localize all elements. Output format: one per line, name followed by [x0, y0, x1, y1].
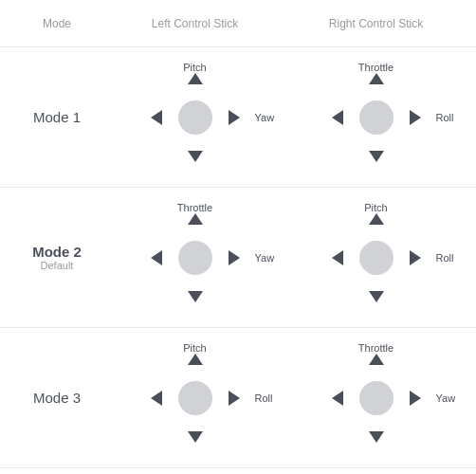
mode2-row: Mode 2DefaultThrottleYawPitchRoll	[0, 188, 476, 328]
mode1-right-left-arrow	[332, 110, 343, 125]
mode2-left-down-arrow	[188, 291, 203, 302]
mode1-right-stick-container: ThrottleRoll	[285, 65, 467, 170]
mode3-right-stick-circle	[359, 381, 394, 415]
mode3-right-stick-diagram: ThrottleYaw	[324, 346, 429, 450]
mode1-right-stick-circle	[359, 100, 394, 135]
mode2-right-stick-diagram: PitchRoll	[324, 206, 429, 310]
mode2-left-up-arrow	[188, 213, 203, 225]
mode3-left-stick-circle	[178, 381, 212, 415]
mode2-right-up-arrow	[369, 213, 384, 225]
mode2-right-stick-container: PitchRoll	[285, 206, 467, 310]
mode1-left-up-label: Pitch	[183, 62, 206, 73]
mode2-left-stick-container: ThrottleYaw	[104, 206, 285, 310]
mode1-right-right-arrow	[410, 110, 421, 125]
mode3-right-up-arrow	[369, 354, 384, 365]
mode3-left-stick-diagram: PitchRoll	[143, 346, 247, 450]
mode1-label: Mode 1	[9, 109, 104, 125]
mode2-left-right-label: Yaw	[255, 252, 275, 264]
header-mode-col: Mode	[9, 17, 104, 30]
mode3-left-left-arrow	[151, 391, 162, 406]
mode3-left-stick-container: PitchRoll	[104, 346, 285, 450]
mode3-left-right-arrow	[229, 391, 240, 406]
mode2-right-right-label: Roll	[436, 252, 454, 264]
mode1-right-down-arrow	[369, 151, 384, 162]
mode3-label-text: Mode 3	[33, 390, 81, 406]
mode3-left-up-label: Pitch	[183, 342, 206, 354]
header-row: Mode Left Control Stick Right Control St…	[0, 0, 476, 47]
mode2-default-text: Default	[9, 260, 104, 271]
mode1-right-right-label: Roll	[436, 112, 454, 123]
mode2-label: Mode 2Default	[9, 244, 104, 271]
mode2-label-text: Mode 2	[32, 244, 82, 260]
mode2-right-right-arrow	[410, 250, 421, 265]
mode3-left-down-arrow	[188, 431, 203, 443]
mode3-right-right-label: Yaw	[436, 392, 456, 404]
mode1-left-up-arrow	[188, 73, 203, 84]
mode1-left-right-label: Yaw	[255, 112, 275, 123]
mode3-right-down-arrow	[369, 431, 384, 443]
mode2-left-stick-diagram: ThrottleYaw	[143, 206, 247, 310]
mode1-right-stick-diagram: ThrottleRoll	[324, 65, 429, 170]
mode1-left-right-arrow	[229, 110, 240, 125]
mode1-right-up-label: Throttle	[358, 62, 394, 73]
mode2-right-down-arrow	[369, 291, 384, 302]
mode1-left-stick-circle	[178, 100, 212, 135]
mode1-row: Mode 1PitchYawThrottleRoll	[0, 47, 476, 188]
mode3-row: Mode 3PitchRollThrottleYaw	[0, 328, 476, 468]
mode2-right-left-arrow	[332, 250, 343, 265]
mode3-left-up-arrow	[188, 354, 203, 365]
header-left-col: Left Control Stick	[104, 17, 285, 30]
mode1-left-stick-container: PitchYaw	[104, 65, 285, 170]
mode3-right-right-arrow	[410, 391, 421, 406]
mode2-right-stick-circle	[359, 241, 394, 275]
mode3-left-right-label: Roll	[255, 392, 273, 404]
mode1-left-stick-diagram: PitchYaw	[143, 65, 247, 170]
mode2-left-up-label: Throttle	[177, 202, 212, 213]
mode3-right-left-arrow	[332, 391, 343, 406]
mode1-label-text: Mode 1	[33, 109, 81, 125]
mode3-right-stick-container: ThrottleYaw	[285, 346, 467, 450]
header-right-col: Right Control Stick	[285, 17, 467, 30]
mode3-right-up-label: Throttle	[358, 342, 394, 354]
mode2-left-right-arrow	[229, 250, 240, 265]
mode3-label: Mode 3	[9, 390, 104, 406]
mode2-left-left-arrow	[151, 250, 162, 265]
mode2-left-stick-circle	[178, 241, 212, 275]
mode1-right-up-arrow	[369, 73, 384, 84]
mode2-right-up-label: Pitch	[364, 202, 387, 213]
mode1-left-left-arrow	[151, 110, 162, 125]
mode1-left-down-arrow	[188, 151, 203, 162]
